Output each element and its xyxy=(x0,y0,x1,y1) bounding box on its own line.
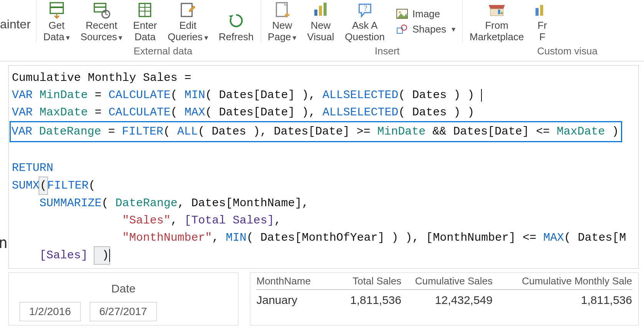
get-data-icon xyxy=(48,0,66,20)
image-button[interactable]: Image xyxy=(396,7,455,20)
edit-queries-button[interactable]: Edit Queries▾ xyxy=(163,0,214,43)
recent-sources-button[interactable]: Recent Sources▾ xyxy=(75,0,128,43)
enter-data-button[interactable]: Enter Data xyxy=(128,0,162,43)
chevron-down-icon: ▾ xyxy=(66,33,70,42)
text-caret xyxy=(481,89,482,102)
ask-a-question-button[interactable]: ? Ask A Question xyxy=(340,0,390,43)
chevron-down-icon: ▾ xyxy=(204,33,208,42)
code-line-1: Cumulative Monthly Sales = xyxy=(12,71,191,84)
text-caret xyxy=(109,249,110,262)
svg-rect-13 xyxy=(324,3,327,16)
svg-rect-1 xyxy=(50,7,63,8)
svg-rect-12 xyxy=(319,6,322,16)
from-marketplace-icon xyxy=(486,0,507,20)
edit-queries-icon xyxy=(179,0,197,20)
ribbon-group-custom-visuals: Custom visua xyxy=(491,45,644,57)
ribbon-separator xyxy=(462,0,463,43)
bracket-match: ) xyxy=(94,246,110,264)
col-monthname[interactable]: MonthName xyxy=(256,275,325,287)
shapes-icon xyxy=(396,23,409,36)
cell-monthname: January xyxy=(256,294,325,307)
image-label: Image xyxy=(412,8,440,20)
new-visual-button[interactable]: New Visual xyxy=(302,0,339,43)
table-row: January 1,811,536 12,432,549 1,811,536 xyxy=(256,290,632,307)
svg-rect-3 xyxy=(94,7,106,8)
bracket-match: ( xyxy=(39,177,48,195)
date-to-input[interactable]: 6/27/2017 xyxy=(90,302,157,321)
svg-rect-11 xyxy=(314,10,317,16)
new-page-icon xyxy=(273,0,291,20)
enter-data-label: Enter Data xyxy=(133,20,157,43)
from-marketplace-button[interactable]: From Marketplace xyxy=(464,0,529,43)
ribbon-group-clipboard xyxy=(0,45,42,57)
shapes-button[interactable]: Shapes ▾ xyxy=(396,23,455,36)
edge-fragment: n xyxy=(0,234,8,251)
edit-queries-label: Edit Queries xyxy=(168,20,203,43)
format-painter-fragment: ainter xyxy=(0,8,34,35)
new-page-button[interactable]: New Page▾ xyxy=(263,0,302,43)
shapes-label: Shapes xyxy=(412,23,446,35)
new-visual-label: New Visual xyxy=(307,20,334,43)
ask-a-question-icon: ? xyxy=(356,0,374,20)
svg-point-16 xyxy=(399,11,401,13)
return-keyword: RETURN xyxy=(12,161,53,174)
ribbon-separator xyxy=(261,0,261,43)
enter-data-icon xyxy=(136,0,154,20)
dax-code[interactable]: Cumulative Monthly Sales = VAR MinDate =… xyxy=(9,66,638,268)
from-file-icon xyxy=(535,0,550,20)
ribbon-group-insert: Insert xyxy=(284,45,491,57)
new-visual-icon xyxy=(312,0,330,20)
recent-sources-label: Recent Sources xyxy=(80,20,117,43)
svg-rect-20 xyxy=(498,10,500,14)
chevron-down-icon: ▾ xyxy=(118,33,122,42)
recent-sources-icon xyxy=(93,0,110,20)
svg-rect-21 xyxy=(501,12,503,14)
date-from-input[interactable]: 1/2/2016 xyxy=(20,302,80,321)
formula-bar[interactable]: Cumulative Monthly Sales = VAR MinDate =… xyxy=(8,65,639,269)
ask-a-question-label: Ask A Question xyxy=(345,20,385,43)
image-icon xyxy=(396,7,409,20)
col-cum-monthly[interactable]: Cumulative Monthly Sale xyxy=(503,275,632,287)
ribbon-separator xyxy=(36,0,36,43)
sales-table[interactable]: MonthName Total Sales Cumulative Sales C… xyxy=(250,273,639,325)
date-slicer[interactable]: Date 1/2/2016 6/27/2017 xyxy=(8,273,238,325)
cell-total-sales: 1,811,536 xyxy=(336,294,401,307)
get-data-button[interactable]: Get Data▾ xyxy=(38,0,75,43)
date-slicer-title: Date xyxy=(20,282,227,295)
from-file-fragment[interactable]: Fr F xyxy=(529,0,550,43)
svg-rect-22 xyxy=(536,8,539,16)
refresh-icon xyxy=(227,10,245,31)
cell-cum-monthly: 1,811,536 xyxy=(503,294,632,307)
refresh-label: Refresh xyxy=(219,31,254,43)
highlighted-line: VAR DateRange = FILTER( ALL( Dates ), Da… xyxy=(10,121,622,142)
ribbon-group-external-data: External data xyxy=(42,45,284,57)
from-marketplace-label: From Marketplace xyxy=(470,20,524,43)
refresh-button[interactable]: Refresh xyxy=(214,0,259,43)
cell-cum-sales: 12,432,549 xyxy=(412,294,493,307)
svg-rect-23 xyxy=(540,5,543,16)
col-total-sales[interactable]: Total Sales xyxy=(336,275,401,287)
svg-text:?: ? xyxy=(364,4,367,12)
from-file-label: Fr F xyxy=(537,20,547,43)
get-data-label: Get Data xyxy=(43,20,64,43)
chevron-down-icon: ▾ xyxy=(292,33,296,42)
chevron-down-icon: ▾ xyxy=(452,25,455,34)
new-page-label: New Page xyxy=(268,20,292,43)
col-cum-sales[interactable]: Cumulative Sales xyxy=(412,275,493,287)
